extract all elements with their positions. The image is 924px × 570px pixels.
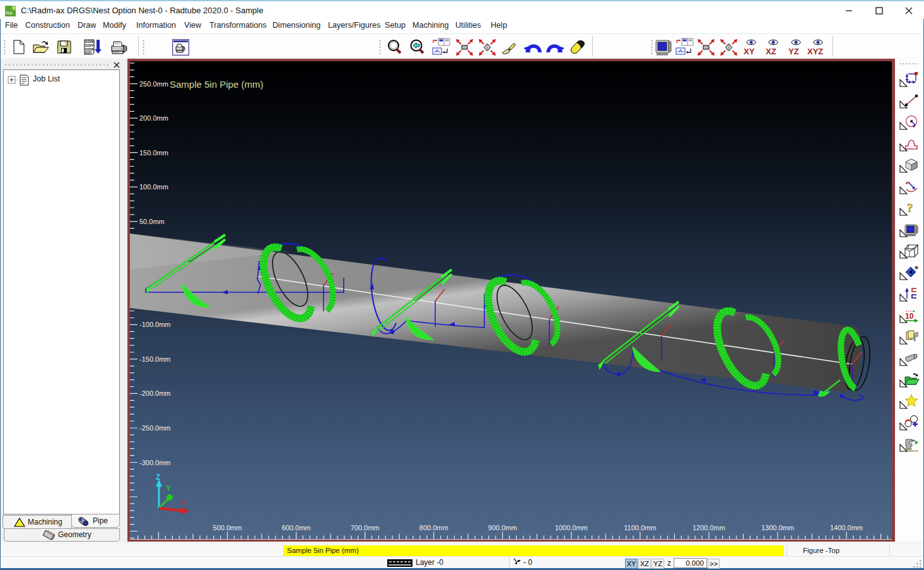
svg-text:1100.0mm: 1100.0mm bbox=[624, 524, 656, 531]
svg-text:1200.0mm: 1200.0mm bbox=[693, 524, 725, 531]
svg-text:Ra: Ra bbox=[6, 10, 13, 16]
svg-text:500.0mm: 500.0mm bbox=[213, 524, 242, 531]
svg-text:1000.0mm: 1000.0mm bbox=[555, 524, 588, 531]
svg-text:-300.0mm: -300.0mm bbox=[139, 459, 171, 466]
svg-text:600.0mm: 600.0mm bbox=[282, 524, 311, 531]
svg-text:Sample 5in Pipe (mm): Sample 5in Pipe (mm) bbox=[170, 79, 263, 90]
svg-text:800.0mm: 800.0mm bbox=[419, 524, 448, 531]
svg-text:Y: Y bbox=[166, 484, 171, 493]
svg-text:1300.0mm: 1300.0mm bbox=[761, 524, 794, 531]
svg-text:XZ: XZ bbox=[766, 47, 776, 56]
svg-text:GO!: GO! bbox=[85, 50, 92, 54]
svg-text:200.0mm: 200.0mm bbox=[139, 114, 168, 122]
svg-text:T: T bbox=[13, 6, 15, 10]
svg-text:100.0mm: 100.0mm bbox=[139, 183, 168, 191]
svg-text:?: ? bbox=[907, 201, 913, 215]
svg-text:-250.0mm: -250.0mm bbox=[139, 424, 171, 432]
svg-text:-200.0mm: -200.0mm bbox=[139, 389, 171, 397]
svg-text:250.0mm: 250.0mm bbox=[139, 80, 168, 88]
svg-text:XYZ: XYZ bbox=[807, 47, 823, 56]
svg-text:-150.0mm: -150.0mm bbox=[139, 355, 171, 363]
svg-text:10: 10 bbox=[905, 312, 914, 321]
svg-text:700.0mm: 700.0mm bbox=[351, 524, 380, 531]
svg-text:XY: XY bbox=[744, 47, 755, 56]
svg-text:X: X bbox=[180, 498, 185, 507]
svg-text:50.0mm: 50.0mm bbox=[139, 218, 165, 225]
svg-text:150.0mm: 150.0mm bbox=[139, 149, 168, 157]
svg-text:1400.0mm: 1400.0mm bbox=[830, 524, 863, 531]
svg-text:YZ: YZ bbox=[788, 47, 799, 56]
svg-text:900.0mm: 900.0mm bbox=[488, 524, 517, 531]
svg-text:-100.0mm: -100.0mm bbox=[139, 321, 171, 328]
svg-text:Z: Z bbox=[156, 473, 160, 482]
